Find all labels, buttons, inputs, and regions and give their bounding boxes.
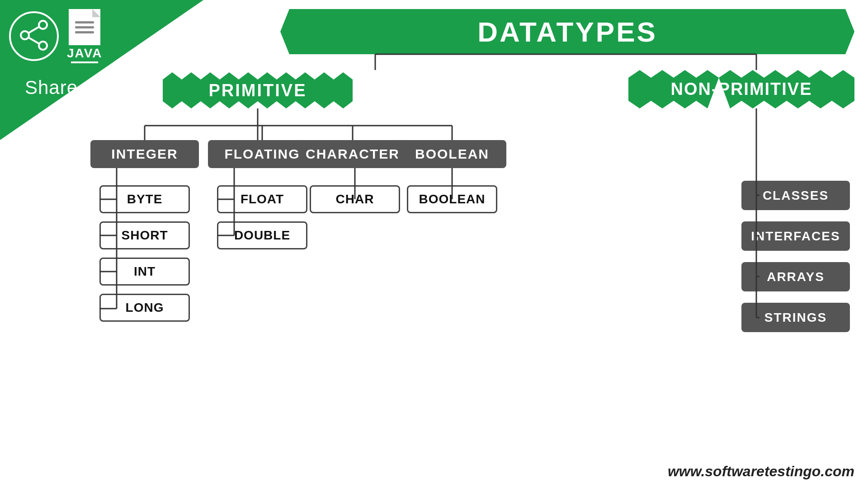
svg-line-4 xyxy=(28,38,39,44)
leaf-strings: STRINGS xyxy=(741,303,850,332)
svg-point-0 xyxy=(39,21,47,29)
share-circle xyxy=(9,11,59,61)
java-label: JAVA xyxy=(67,46,103,61)
share-text: Share xyxy=(25,77,78,99)
leaf-boolean-value: BOOLEAN xyxy=(407,185,497,213)
doc-line-2 xyxy=(75,26,94,28)
leaf-classes: CLASSES xyxy=(741,181,850,210)
primitive-label: PRIMITIVE xyxy=(208,81,307,100)
doc-line-1 xyxy=(75,21,94,23)
leaf-int: INT xyxy=(99,258,190,286)
non-primitive-banner: NON-PRIMITIVE xyxy=(628,70,854,108)
leaf-short: SHORT xyxy=(99,221,190,249)
doc-line-3 xyxy=(75,31,94,33)
svg-point-1 xyxy=(39,42,47,50)
svg-line-3 xyxy=(28,27,39,33)
datatypes-title: DATATYPES xyxy=(477,16,657,48)
leaf-long: LONG xyxy=(99,294,190,322)
category-integer: INTEGER xyxy=(90,140,199,168)
non-primitive-label: NON-PRIMITIVE xyxy=(670,80,812,99)
leaf-interfaces: INTERFACES xyxy=(741,221,850,251)
java-underline xyxy=(71,61,98,63)
leaf-char: CHAR xyxy=(310,185,400,213)
leaf-arrays: ARRAYS xyxy=(741,262,850,291)
doc-icon xyxy=(69,9,100,45)
website-url: www.softwaretestingo.com xyxy=(668,463,854,480)
leaf-byte: BYTE xyxy=(99,185,190,213)
category-boolean: BOOLEAN xyxy=(398,140,506,168)
datatypes-banner: DATATYPES xyxy=(280,9,854,54)
svg-point-2 xyxy=(21,31,29,39)
primitive-banner: PRIMITIVE xyxy=(163,72,353,108)
leaf-double: DOUBLE xyxy=(217,221,307,249)
logo-area: JAVA xyxy=(9,9,103,63)
java-doc-icon: JAVA xyxy=(67,9,103,63)
leaf-float: FLOAT xyxy=(217,185,307,213)
share-icon xyxy=(18,19,50,53)
category-character: CHARACTER xyxy=(298,140,407,168)
